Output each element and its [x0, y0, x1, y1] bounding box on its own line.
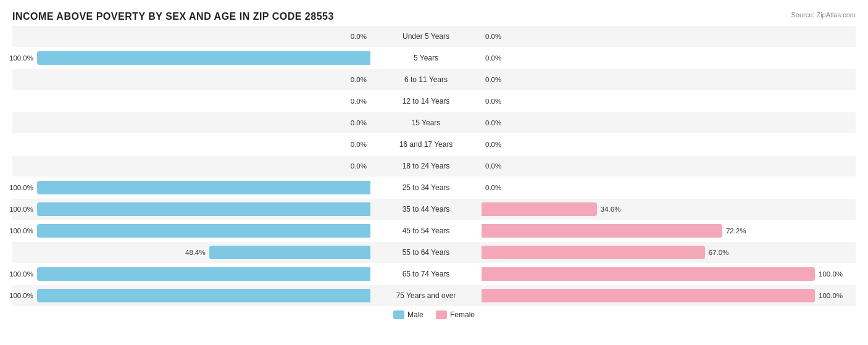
male-bar [37, 289, 370, 302]
male-side: 0.0% [12, 134, 370, 155]
female-side: 34.6% [482, 199, 840, 220]
male-side: 48.4% [12, 242, 370, 263]
female-value: 0.0% [485, 184, 501, 191]
legend-female-label: Female [450, 310, 475, 319]
female-bar [482, 246, 705, 259]
female-side: 0.0% [482, 134, 840, 155]
female-value: 72.2% [726, 227, 746, 235]
male-value: 100.0% [9, 184, 33, 191]
row-label: 55 to 64 Years [370, 248, 482, 257]
female-bar-wrap: 67.0% [482, 242, 840, 263]
male-side: 100.0% [12, 220, 370, 241]
male-bar-wrap: 100.0% [12, 264, 370, 285]
row-label: 25 to 34 Years [370, 183, 482, 192]
female-bar-wrap: 0.0% [482, 134, 840, 155]
legend-male-label: Male [407, 310, 424, 319]
table-row: 0.0% Under 5 Years 0.0% [12, 26, 856, 47]
female-bar-wrap: 0.0% [482, 69, 840, 90]
male-bar [209, 246, 370, 259]
female-value: 0.0% [485, 141, 501, 148]
male-bar-wrap: 0.0% [12, 112, 370, 133]
row-label: 45 to 54 Years [370, 227, 482, 235]
table-row: 0.0% 6 to 11 Years 0.0% [12, 69, 856, 90]
male-bar-wrap: 100.0% [12, 220, 370, 241]
female-value: 100.0% [819, 270, 843, 278]
female-bar-wrap: 0.0% [482, 26, 840, 47]
male-bar-wrap: 100.0% [12, 48, 370, 69]
table-row: 0.0% 16 and 17 Years 0.0% [12, 134, 856, 155]
female-value: 0.0% [485, 98, 501, 105]
male-side: 0.0% [12, 69, 370, 90]
table-row: 48.4% 55 to 64 Years 67.0% [12, 242, 856, 263]
table-row: 100.0% 5 Years 0.0% [12, 48, 856, 69]
table-row: 0.0% 12 to 14 Years 0.0% [12, 91, 856, 112]
male-side: 100.0% [12, 177, 370, 198]
male-value: 0.0% [351, 33, 367, 40]
male-bar-wrap: 0.0% [12, 156, 370, 177]
male-side: 100.0% [12, 199, 370, 220]
table-row: 100.0% 75 Years and over 100.0% [12, 285, 856, 306]
male-bar [37, 202, 370, 216]
male-bar [37, 224, 370, 238]
male-bar-wrap: 0.0% [12, 26, 370, 47]
female-side: 0.0% [482, 112, 840, 133]
female-value: 0.0% [485, 54, 501, 62]
male-value: 0.0% [351, 98, 367, 105]
female-value: 100.0% [819, 292, 843, 299]
male-value: 48.4% [185, 249, 206, 256]
male-side: 0.0% [12, 26, 370, 47]
female-side: 0.0% [482, 156, 840, 177]
male-value: 0.0% [351, 162, 367, 170]
row-label: 75 Years and over [370, 291, 482, 300]
female-bar-wrap: 100.0% [482, 264, 840, 285]
female-bar [482, 202, 597, 216]
male-bar-wrap: 0.0% [12, 69, 370, 90]
female-value: 0.0% [485, 76, 501, 83]
row-label: 18 to 24 Years [370, 162, 482, 170]
male-bar [37, 51, 370, 65]
male-side: 0.0% [12, 91, 370, 112]
chart-rows-wrapper: 0.0% Under 5 Years 0.0% 100.0% 5 Years 0… [12, 26, 856, 307]
female-bar-wrap: 34.6% [482, 199, 840, 220]
female-bar [482, 267, 815, 281]
male-bar-wrap: 0.0% [12, 134, 370, 155]
row-label: 12 to 14 Years [370, 97, 482, 106]
table-row: 100.0% 35 to 44 Years 34.6% [12, 199, 856, 220]
female-side: 0.0% [482, 69, 840, 90]
female-value: 0.0% [485, 33, 501, 40]
female-side: 0.0% [482, 91, 840, 112]
row-label: Under 5 Years [370, 32, 482, 41]
female-bar-wrap: 0.0% [482, 48, 840, 69]
chart-title: INCOME ABOVE POVERTY BY SEX AND AGE IN Z… [12, 11, 856, 22]
male-value: 100.0% [9, 292, 33, 299]
male-bar [37, 181, 370, 194]
female-value: 0.0% [485, 119, 501, 127]
male-bar-wrap: 0.0% [12, 91, 370, 112]
female-bar [482, 224, 722, 238]
male-value: 0.0% [351, 76, 367, 83]
table-row: 100.0% 65 to 74 Years 100.0% [12, 264, 856, 285]
male-bar-wrap: 48.4% [12, 242, 370, 263]
male-side: 0.0% [12, 112, 370, 133]
female-side: 67.0% [482, 242, 840, 263]
female-bar [482, 289, 815, 302]
male-bar [37, 267, 370, 281]
female-side: 0.0% [482, 177, 840, 198]
row-label: 6 to 11 Years [370, 75, 482, 84]
row-label: 35 to 44 Years [370, 205, 482, 214]
male-bar-wrap: 100.0% [12, 177, 370, 198]
table-row: 100.0% 45 to 54 Years 72.2% [12, 220, 856, 241]
table-row: 100.0% 25 to 34 Years 0.0% [12, 177, 856, 198]
male-side: 100.0% [12, 285, 370, 306]
male-bar-wrap: 100.0% [12, 199, 370, 220]
female-bar-wrap: 0.0% [482, 91, 840, 112]
male-value: 100.0% [9, 227, 33, 235]
row-label: 15 Years [370, 118, 482, 127]
chart-container: INCOME ABOVE POVERTY BY SEX AND AGE IN Z… [0, 0, 868, 345]
male-value: 0.0% [351, 141, 367, 148]
female-side: 100.0% [482, 285, 840, 306]
female-bar-wrap: 0.0% [482, 156, 840, 177]
source-text: Source: ZipAtlas.com [791, 11, 856, 19]
female-bar-wrap: 72.2% [482, 220, 840, 241]
legend-female-box [436, 310, 447, 319]
